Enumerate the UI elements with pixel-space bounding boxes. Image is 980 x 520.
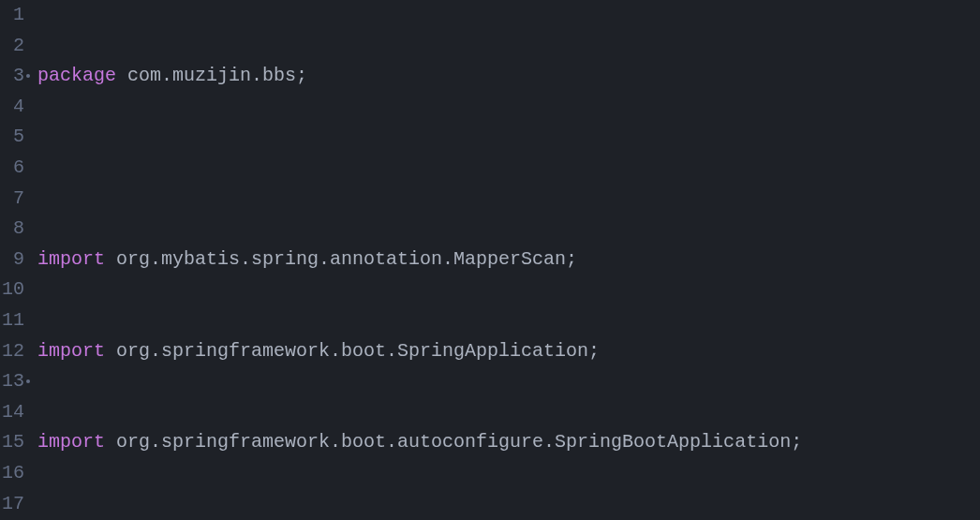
code-line[interactable]: import org.springframework.boot.SpringAp… [37, 336, 980, 367]
keyword-package: package [37, 65, 116, 86]
import-path: org.springframework.boot.SpringApplicati… [105, 340, 600, 362]
line-number: 10 [0, 275, 24, 305]
package-name: com.muzijin.bbs; [116, 65, 307, 86]
import-path: org.mybatis.spring.annotation.MapperScan… [105, 248, 577, 270]
line-number: 5 [0, 122, 24, 153]
code-editor[interactable]: 1 2 3 4 5 6 7 8 9 10 11 12 13 14 15 16 1… [0, 0, 980, 520]
line-number: 11 [0, 305, 24, 336]
code-line[interactable]: import org.mybatis.spring.annotation.Map… [37, 245, 980, 275]
line-number-gutter: 1 2 3 4 5 6 7 8 9 10 11 12 13 14 15 16 1… [0, 0, 32, 520]
keyword-import: import [37, 340, 105, 362]
code-area[interactable]: package com.muzijin.bbs; import org.myba… [32, 0, 980, 520]
line-number: 13 [0, 366, 24, 397]
keyword-import: import [37, 431, 105, 453]
line-number: 15 [0, 427, 24, 458]
code-line[interactable] [37, 153, 980, 184]
line-number: 7 [0, 184, 24, 215]
line-number: 8 [0, 214, 24, 245]
line-number: 4 [0, 92, 24, 123]
line-number: 9 [0, 245, 24, 275]
import-path: org.springframework.boot.autoconfigure.S… [105, 431, 802, 453]
line-number: 1 [0, 0, 24, 31]
line-number: 16 [0, 458, 24, 489]
keyword-import: import [37, 248, 105, 270]
line-number: 17 [0, 489, 24, 520]
line-number: 12 [0, 336, 24, 367]
line-number: 14 [0, 397, 24, 428]
line-number: 3 [0, 61, 24, 92]
code-line[interactable]: import org.springframework.boot.autoconf… [37, 427, 980, 458]
code-line[interactable]: package com.muzijin.bbs; [37, 61, 980, 92]
line-number: 2 [0, 31, 24, 62]
line-number: 6 [0, 153, 24, 184]
